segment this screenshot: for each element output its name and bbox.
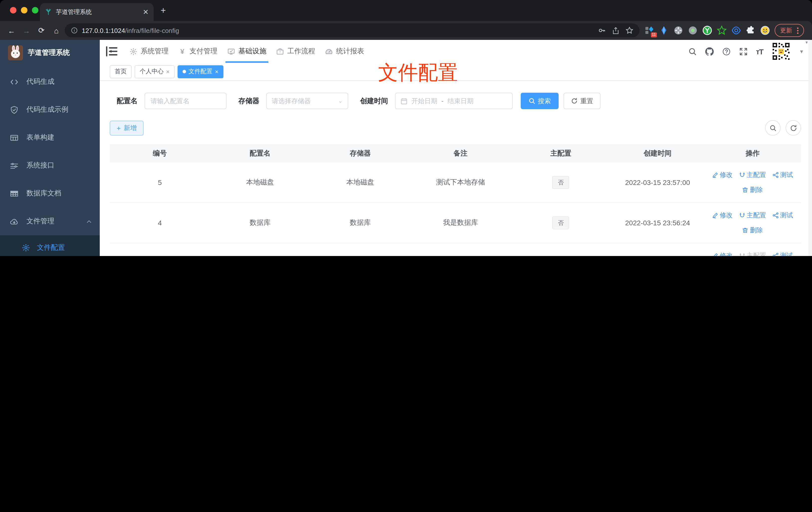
edit-link[interactable]: 修改 — [712, 211, 733, 220]
search-icon[interactable] — [688, 47, 697, 56]
tab-close-icon[interactable]: ✕ — [143, 8, 149, 16]
extension-eye-icon[interactable] — [731, 25, 741, 35]
plus-icon: + — [117, 124, 121, 131]
screen: 芋道管理系统 ✕ + ← → ⟳ ⌂ 127.0.0.1:1024/infra/… — [0, 0, 812, 256]
tag-label: 首页 — [115, 67, 127, 76]
delete-link[interactable]: 删除 — [743, 185, 763, 194]
table-search-button[interactable] — [765, 120, 781, 135]
help-icon[interactable] — [722, 47, 730, 56]
reset-button[interactable]: 重置 — [563, 93, 601, 109]
cell-storage: 本地磁盘 — [310, 178, 410, 187]
minimize-window-button[interactable] — [21, 7, 27, 13]
extension-pin-icon[interactable] — [659, 25, 669, 35]
monitor-check-icon — [227, 48, 235, 55]
share-nodes-icon — [773, 253, 779, 256]
app-window: 芋道管理系统 代码生成 代码生成示例 表单构建 系统接口 — [0, 40, 812, 256]
back-button[interactable]: ← — [5, 24, 18, 37]
sidebar-item-file-mgmt[interactable]: 文件管理 — [0, 207, 100, 235]
browser-update-button[interactable]: 更新 — [775, 24, 804, 37]
tab-title: 芋道管理系统 — [56, 8, 139, 16]
extension-grid-icon[interactable]: 11 — [644, 25, 655, 35]
sidebar-item-form-builder[interactable]: 表单构建 — [0, 124, 100, 152]
cell-id: 5 — [110, 179, 210, 186]
github-icon[interactable] — [705, 47, 714, 56]
cell-id: 4 — [110, 219, 210, 227]
password-key-icon[interactable] — [598, 26, 606, 34]
pencil-icon — [712, 172, 718, 178]
extension-emoji-icon[interactable] — [760, 25, 770, 35]
tag-home[interactable]: 首页 — [110, 65, 132, 78]
date-range-picker[interactable]: 开始日期 - 结束日期 — [395, 93, 513, 109]
nav-item-workflow[interactable]: 工作流程 — [271, 40, 320, 63]
browser-menu-icon[interactable] — [797, 27, 799, 34]
avatar-caret-icon[interactable]: ▼ — [799, 49, 804, 54]
add-label: 新增 — [124, 123, 137, 132]
sidebar-item-db-doc[interactable]: 数据库文档 — [0, 179, 100, 207]
shield-check-icon — [10, 106, 19, 114]
col-master: 主配置 — [511, 149, 611, 158]
url-bar[interactable]: 127.0.0.1:1024/infra/file/file-config — [65, 24, 639, 37]
sidebar-item-codegen[interactable]: 代码生成 — [0, 68, 100, 96]
bookmark-star-icon[interactable] — [626, 26, 633, 34]
extension-y-icon[interactable] — [702, 25, 712, 35]
sidebar-item-codegen-demo[interactable]: 代码生成示例 — [0, 96, 100, 124]
end-date-placeholder: 结束日期 — [448, 96, 473, 106]
nav-item-report[interactable]: 统计报表 — [320, 40, 369, 63]
new-tab-button[interactable]: + — [161, 6, 166, 15]
close-window-button[interactable] — [10, 7, 17, 13]
table-row: 4 数据库 数据库 我是数据库 否 2022-03-15 23:56:24 修改… — [110, 203, 801, 243]
extension-puzzle-icon[interactable] — [746, 25, 756, 35]
master-link[interactable]: 主配置 — [739, 211, 766, 220]
test-link[interactable]: 测试 — [773, 171, 793, 179]
collapse-sidebar-icon[interactable] — [106, 46, 118, 57]
config-name-input[interactable] — [145, 93, 227, 109]
browser-tab[interactable]: 芋道管理系统 ✕ — [40, 3, 154, 21]
delete-link[interactable]: 删除 — [743, 226, 763, 235]
main-area: 文件配置 系统管理 ¥ 支付管理 基础设施 — [100, 40, 812, 256]
home-button[interactable]: ⌂ — [50, 24, 63, 37]
avatar[interactable] — [772, 42, 790, 61]
master-badge: 否 — [552, 216, 569, 230]
fullscreen-icon[interactable] — [739, 47, 747, 56]
magnet-icon — [739, 172, 745, 178]
master-link[interactable]: 主配置 — [739, 171, 766, 179]
sidebar-item-file-config[interactable]: 文件配置 — [0, 235, 100, 256]
extension-record-icon[interactable] — [688, 25, 698, 35]
add-button[interactable]: + 新增 — [110, 120, 144, 135]
edit-link[interactable]: 修改 — [712, 251, 733, 256]
page-scrollbar[interactable]: ▾ — [809, 40, 812, 256]
forward-button[interactable]: → — [20, 24, 33, 37]
tag-file-config[interactable]: 文件配置× — [178, 65, 224, 78]
app-logo-row[interactable]: 芋道管理系统 — [0, 40, 100, 64]
cell-name: 本地磁盘 — [210, 178, 310, 187]
tag-profile[interactable]: 个人中心× — [135, 65, 175, 78]
table-refresh-button[interactable] — [786, 120, 801, 135]
tags-bar: 首页 个人中心× 文件配置× — [100, 63, 812, 81]
window-controls — [10, 7, 38, 13]
storage-select[interactable]: 请选择存储器 ⌄ — [266, 93, 348, 109]
extension-star-icon[interactable] — [717, 25, 727, 35]
gear-icon — [22, 244, 30, 252]
search-button[interactable]: 搜索 — [521, 93, 559, 109]
table-row: 5 本地磁盘 本地磁盘 测试下本地存储 否 2022-03-15 23:57:0… — [110, 162, 801, 203]
tag-close-icon[interactable]: × — [215, 68, 219, 75]
nav-item-system[interactable]: 系统管理 — [125, 40, 174, 63]
search-label: 搜索 — [538, 96, 551, 106]
site-info-icon[interactable] — [71, 27, 78, 34]
font-size-icon[interactable]: тT — [756, 47, 763, 56]
nav-item-infra[interactable]: 基础设施 — [223, 40, 271, 63]
nav-item-payment[interactable]: ¥ 支付管理 — [174, 40, 223, 63]
edit-link[interactable]: 修改 — [712, 171, 733, 179]
zoom-window-button[interactable] — [32, 7, 38, 13]
tag-close-icon[interactable]: × — [166, 68, 170, 75]
share-icon[interactable] — [612, 27, 619, 34]
cell-remark: 测试下本地存储 — [410, 178, 511, 187]
test-link[interactable]: 测试 — [773, 211, 793, 220]
extension-clover-icon[interactable] — [673, 25, 683, 35]
browser-toolbar: ← → ⟳ ⌂ 127.0.0.1:1024/infra/file/file-c… — [0, 21, 812, 40]
nav-item-label: 基础设施 — [238, 47, 266, 56]
reload-button[interactable]: ⟳ — [35, 24, 48, 37]
test-link[interactable]: 测试 — [773, 251, 793, 256]
yen-icon: ¥ — [179, 48, 186, 55]
sidebar-item-system-api[interactable]: 系统接口 — [0, 152, 100, 179]
